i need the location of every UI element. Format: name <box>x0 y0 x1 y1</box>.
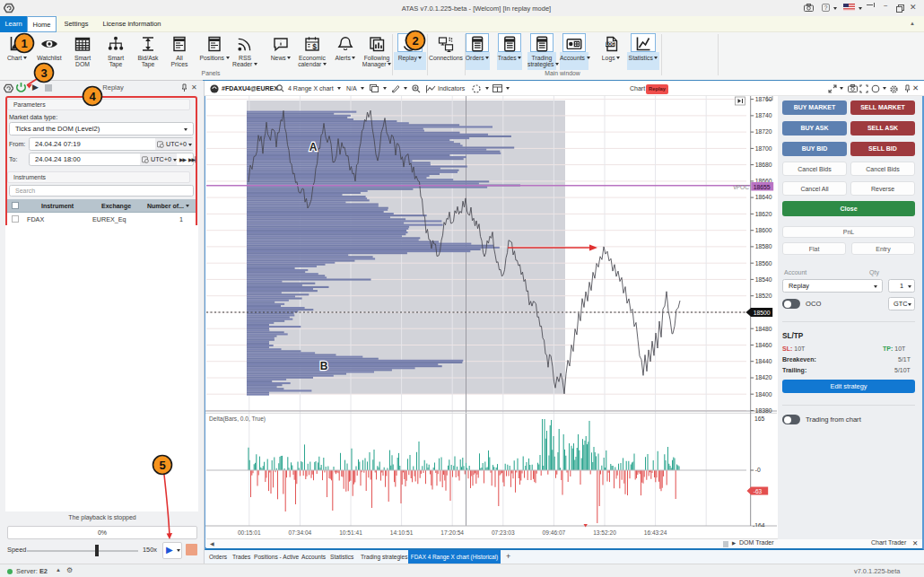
svg-text:3: 3 <box>40 66 47 80</box>
svg-text:1: 1 <box>21 37 27 50</box>
svg-text:4: 4 <box>89 90 96 103</box>
svg-text:5: 5 <box>159 459 165 472</box>
svg-text:2: 2 <box>412 34 418 48</box>
